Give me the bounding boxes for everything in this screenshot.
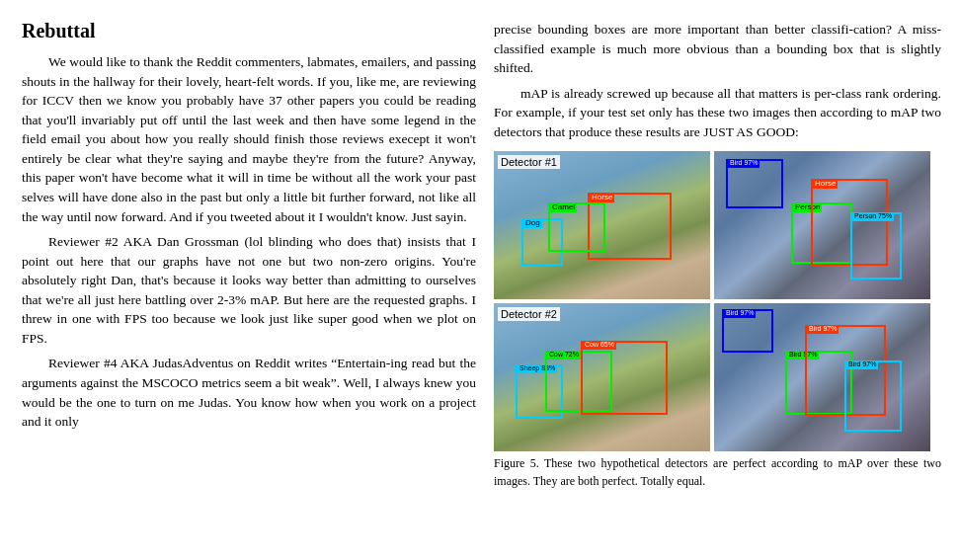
paragraph-1: We would like to thank the Reddit commen… bbox=[22, 52, 476, 226]
detector2-image1: Detector #2 Sheep 88% Cow 72% Cow 65% bbox=[494, 303, 710, 451]
right-column: precise bounding boxes are more importan… bbox=[494, 20, 941, 540]
bbox-person2: Person 75% bbox=[850, 212, 902, 280]
bbox2-cow3: Cow 65% bbox=[581, 341, 668, 415]
detector1-label: Detector #1 bbox=[498, 155, 560, 169]
detector2-image2: Bird 97% Bird 97% Bird 97% Bird 97% bbox=[714, 303, 930, 451]
bbox-camel: Camel bbox=[548, 202, 605, 252]
right-paragraph-1: precise bounding boxes are more importan… bbox=[494, 20, 941, 78]
detector1-row: Detector #1 Dog Horse Camel bbox=[494, 151, 941, 299]
bbox2-bird1: Bird 97% bbox=[722, 309, 773, 353]
paragraph-2: Reviewer #2 AKA Dan Grossman (lol blindi… bbox=[22, 232, 476, 348]
bbox2-bird4: Bird 97% bbox=[844, 360, 902, 432]
detector1-image1: Detector #1 Dog Horse Camel bbox=[494, 151, 710, 299]
detector1-image2: Bird 97% Person Horse Person 75% bbox=[714, 151, 930, 299]
figures-area: Detector #1 Dog Horse Camel bbox=[494, 151, 941, 490]
detector2-row: Detector #2 Sheep 88% Cow 72% Cow 65% Bi… bbox=[494, 303, 941, 451]
detector2-label: Detector #2 bbox=[498, 307, 560, 321]
paragraph-3: Reviewer #4 AKA JudasAdventus on Reddit … bbox=[22, 354, 476, 431]
section-title: Rebuttal bbox=[22, 20, 476, 42]
right-paragraph-2: mAP is already screwed up because all th… bbox=[494, 84, 941, 142]
left-column: Rebuttal We would like to thank the Redd… bbox=[22, 20, 476, 540]
bbox-bird1: Bird 97% bbox=[726, 159, 783, 208]
figure-caption: Figure 5. These two hypothetical detecto… bbox=[494, 455, 941, 490]
page: Rebuttal We would like to thank the Redd… bbox=[0, 0, 959, 560]
